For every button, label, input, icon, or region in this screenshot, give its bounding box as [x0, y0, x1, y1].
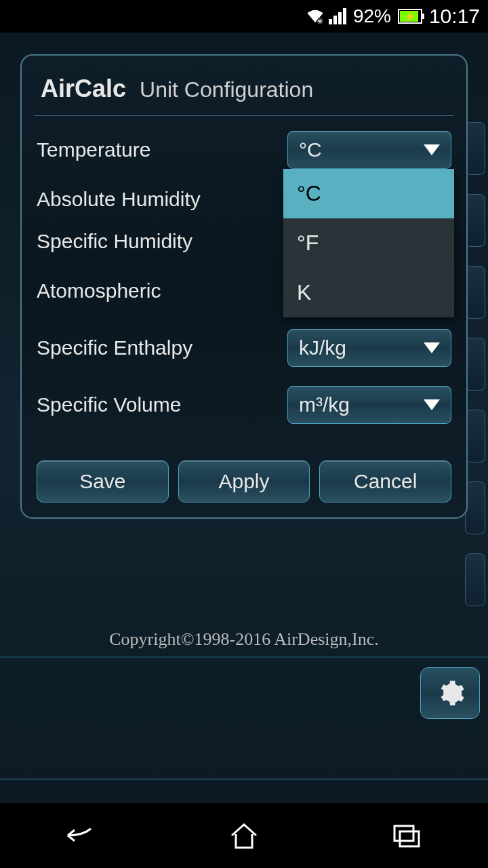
save-button[interactable]: Save	[37, 460, 169, 502]
status-icons	[306, 8, 346, 24]
label-specific-enthalpy: Specific Enthalpy	[37, 336, 192, 359]
home-icon	[228, 821, 260, 850]
label-temperature: Temperature	[37, 138, 150, 161]
label-atmospheric: Atomospheric	[37, 279, 161, 302]
bg-tab[interactable]	[465, 553, 485, 606]
dialog-header: AirCalc Unit Configuration	[34, 68, 454, 116]
back-button[interactable]	[54, 815, 108, 856]
battery-percentage: 92%	[353, 5, 391, 27]
battery-icon: ⚡	[398, 9, 422, 24]
wifi-icon	[306, 8, 325, 24]
nav-bar	[0, 803, 488, 868]
recent-button[interactable]	[380, 815, 434, 856]
chevron-down-icon	[424, 144, 440, 155]
bg-tab[interactable]	[465, 122, 485, 175]
home-button[interactable]	[217, 815, 271, 856]
select-value-volume: m³/kg	[299, 393, 350, 416]
bg-tab[interactable]	[465, 481, 485, 534]
back-icon	[62, 822, 100, 849]
chevron-down-icon	[424, 342, 440, 353]
app-name: AirCalc	[41, 75, 126, 103]
dialog-buttons: Save Apply Cancel	[34, 460, 454, 502]
select-value-temperature: °C	[299, 138, 322, 161]
label-absolute-humidity: Absolute Humidity	[37, 188, 201, 211]
row-temperature: Temperature °C °C °F K	[34, 121, 454, 178]
select-specific-enthalpy[interactable]: kJ/kg	[287, 329, 451, 367]
divider	[0, 656, 488, 658]
dropdown-option-fahrenheit[interactable]: °F	[283, 218, 454, 268]
dialog-title: Unit Configuration	[140, 77, 313, 102]
select-temperature[interactable]: °C	[287, 131, 451, 169]
background-tabs	[465, 122, 485, 606]
copyright-text: Copyright©1998-2016 AirDesign,Inc.	[0, 629, 488, 650]
settings-button[interactable]	[420, 667, 480, 719]
label-specific-volume: Specific Volume	[37, 393, 181, 416]
clock: 10:17	[429, 5, 480, 28]
row-specific-enthalpy: Specific Enthalpy kJ/kg	[34, 319, 454, 376]
select-specific-volume[interactable]: m³/kg	[287, 386, 451, 424]
temperature-dropdown: °C °F K	[283, 169, 454, 317]
bg-tab[interactable]	[465, 410, 485, 462]
svg-rect-2	[400, 831, 419, 846]
dropdown-option-kelvin[interactable]: K	[283, 268, 454, 317]
unit-config-dialog: AirCalc Unit Configuration Temperature °…	[20, 54, 468, 519]
bg-tab[interactable]	[465, 194, 485, 247]
cancel-button[interactable]: Cancel	[319, 460, 451, 502]
signal-icon	[329, 8, 346, 24]
gear-icon	[435, 678, 465, 708]
divider	[0, 778, 488, 780]
bg-tab[interactable]	[465, 266, 485, 319]
recent-icon	[390, 822, 423, 849]
select-value-enthalpy: kJ/kg	[299, 336, 346, 359]
dropdown-option-celsius[interactable]: °C	[283, 169, 454, 218]
apply-button[interactable]: Apply	[178, 460, 310, 502]
svg-rect-1	[394, 826, 413, 841]
chevron-down-icon	[424, 399, 440, 410]
bg-tab[interactable]	[465, 338, 485, 391]
label-specific-humidity: Specific Humidity	[37, 230, 192, 253]
row-specific-volume: Specific Volume m³/kg	[34, 376, 454, 433]
status-bar: 92% ⚡ 10:17	[0, 0, 488, 33]
